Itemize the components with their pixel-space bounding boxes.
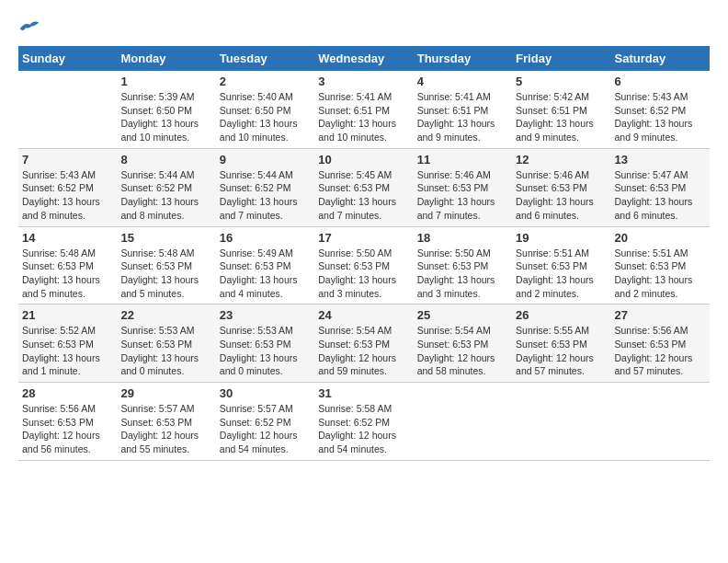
- day-number: 26: [516, 308, 607, 322]
- calendar-day-cell: 10Sunrise: 5:45 AMSunset: 6:53 PMDayligh…: [314, 148, 413, 226]
- day-number: 15: [120, 231, 211, 245]
- day-info: Sunrise: 5:57 AMSunset: 6:52 PMDaylight:…: [220, 402, 311, 456]
- day-info: Sunrise: 5:41 AMSunset: 6:51 PMDaylight:…: [318, 90, 409, 144]
- calendar-header-row: SundayMondayTuesdayWednesdayThursdayFrid…: [18, 46, 710, 71]
- calendar-day-cell: 26Sunrise: 5:55 AMSunset: 6:53 PMDayligh…: [512, 304, 610, 383]
- calendar-day-cell: 27Sunrise: 5:56 AMSunset: 6:53 PMDayligh…: [611, 304, 710, 383]
- day-number: 8: [120, 153, 211, 167]
- day-number: 10: [318, 153, 409, 167]
- calendar-day-cell: 19Sunrise: 5:51 AMSunset: 6:53 PMDayligh…: [512, 226, 610, 304]
- calendar-day-cell: 2Sunrise: 5:40 AMSunset: 6:50 PMDaylight…: [216, 71, 314, 148]
- calendar-week-row: 21Sunrise: 5:52 AMSunset: 6:53 PMDayligh…: [18, 304, 710, 383]
- day-info: Sunrise: 5:46 AMSunset: 6:53 PMDaylight:…: [516, 168, 607, 223]
- calendar-day-cell: 6Sunrise: 5:43 AMSunset: 6:52 PMDaylight…: [611, 71, 710, 148]
- day-number: 1: [120, 75, 211, 88]
- day-info: Sunrise: 5:39 AMSunset: 6:50 PMDaylight:…: [120, 90, 211, 144]
- calendar-day-cell: 24Sunrise: 5:54 AMSunset: 6:53 PMDayligh…: [314, 304, 413, 383]
- calendar-day-cell: 3Sunrise: 5:41 AMSunset: 6:51 PMDaylight…: [314, 71, 413, 148]
- day-number: 19: [516, 231, 607, 245]
- day-number: 7: [22, 153, 113, 167]
- calendar-day-cell: 9Sunrise: 5:44 AMSunset: 6:52 PMDaylight…: [216, 148, 314, 226]
- calendar-day-cell: [414, 383, 512, 461]
- calendar-day-cell: 21Sunrise: 5:52 AMSunset: 6:53 PMDayligh…: [18, 304, 117, 383]
- calendar-day-cell: 18Sunrise: 5:50 AMSunset: 6:53 PMDayligh…: [414, 226, 512, 304]
- day-info: Sunrise: 5:57 AMSunset: 6:53 PMDaylight:…: [120, 402, 211, 456]
- day-number: 20: [615, 231, 706, 245]
- day-info: Sunrise: 5:43 AMSunset: 6:52 PMDaylight:…: [615, 90, 706, 144]
- calendar-week-row: 14Sunrise: 5:48 AMSunset: 6:53 PMDayligh…: [18, 226, 710, 304]
- day-number: 22: [120, 308, 211, 322]
- day-number: 9: [220, 153, 311, 167]
- calendar-day-cell: 22Sunrise: 5:53 AMSunset: 6:53 PMDayligh…: [117, 304, 215, 383]
- calendar-day-cell: 5Sunrise: 5:42 AMSunset: 6:51 PMDaylight…: [512, 71, 610, 148]
- calendar-day-cell: 14Sunrise: 5:48 AMSunset: 6:53 PMDayligh…: [18, 226, 117, 304]
- calendar-day-cell: 1Sunrise: 5:39 AMSunset: 6:50 PMDaylight…: [117, 71, 215, 148]
- day-number: 24: [318, 308, 409, 322]
- day-info: Sunrise: 5:43 AMSunset: 6:52 PMDaylight:…: [22, 168, 113, 223]
- calendar-day-cell: 31Sunrise: 5:58 AMSunset: 6:52 PMDayligh…: [314, 383, 413, 461]
- day-number: 28: [22, 386, 113, 400]
- day-info: Sunrise: 5:58 AMSunset: 6:52 PMDaylight:…: [318, 402, 409, 456]
- calendar-day-cell: [18, 71, 117, 148]
- day-info: Sunrise: 5:52 AMSunset: 6:53 PMDaylight:…: [22, 324, 113, 378]
- day-info: Sunrise: 5:42 AMSunset: 6:51 PMDaylight:…: [516, 90, 607, 144]
- day-number: 31: [318, 386, 409, 400]
- calendar-day-cell: 15Sunrise: 5:48 AMSunset: 6:53 PMDayligh…: [117, 226, 215, 304]
- logo: [18, 18, 44, 37]
- day-number: 12: [516, 153, 607, 167]
- day-of-week-header: Tuesday: [216, 46, 314, 71]
- day-of-week-header: Monday: [117, 46, 215, 71]
- day-info: Sunrise: 5:44 AMSunset: 6:52 PMDaylight:…: [220, 168, 311, 223]
- day-number: 6: [615, 75, 706, 88]
- day-number: 25: [417, 308, 508, 322]
- calendar-week-row: 7Sunrise: 5:43 AMSunset: 6:52 PMDaylight…: [18, 148, 710, 226]
- calendar-day-cell: 7Sunrise: 5:43 AMSunset: 6:52 PMDaylight…: [18, 148, 117, 226]
- calendar-day-cell: 28Sunrise: 5:56 AMSunset: 6:53 PMDayligh…: [18, 383, 117, 461]
- day-number: 17: [318, 231, 409, 245]
- day-of-week-header: Wednesday: [314, 46, 413, 71]
- day-info: Sunrise: 5:50 AMSunset: 6:53 PMDaylight:…: [417, 247, 508, 301]
- day-number: 23: [220, 308, 311, 322]
- day-number: 2: [220, 75, 311, 88]
- day-info: Sunrise: 5:56 AMSunset: 6:53 PMDaylight:…: [615, 324, 706, 378]
- calendar-day-cell: 16Sunrise: 5:49 AMSunset: 6:53 PMDayligh…: [216, 226, 314, 304]
- day-info: Sunrise: 5:45 AMSunset: 6:53 PMDaylight:…: [318, 168, 409, 223]
- day-info: Sunrise: 5:54 AMSunset: 6:53 PMDaylight:…: [417, 324, 508, 378]
- day-of-week-header: Thursday: [414, 46, 512, 71]
- day-info: Sunrise: 5:44 AMSunset: 6:52 PMDaylight:…: [120, 168, 211, 223]
- day-number: 27: [615, 308, 706, 322]
- day-info: Sunrise: 5:48 AMSunset: 6:53 PMDaylight:…: [22, 247, 113, 301]
- day-info: Sunrise: 5:51 AMSunset: 6:53 PMDaylight:…: [615, 247, 706, 301]
- day-number: 16: [220, 231, 311, 245]
- day-info: Sunrise: 5:51 AMSunset: 6:53 PMDaylight:…: [516, 247, 607, 301]
- day-info: Sunrise: 5:53 AMSunset: 6:53 PMDaylight:…: [220, 324, 311, 378]
- day-number: 3: [318, 75, 409, 88]
- day-info: Sunrise: 5:47 AMSunset: 6:53 PMDaylight:…: [615, 168, 706, 223]
- day-number: 30: [220, 386, 311, 400]
- day-number: 18: [417, 231, 508, 245]
- calendar-day-cell: 29Sunrise: 5:57 AMSunset: 6:53 PMDayligh…: [117, 383, 215, 461]
- day-number: 4: [417, 75, 508, 88]
- page-header: [18, 18, 710, 37]
- calendar-day-cell: 13Sunrise: 5:47 AMSunset: 6:53 PMDayligh…: [611, 148, 710, 226]
- day-info: Sunrise: 5:50 AMSunset: 6:53 PMDaylight:…: [318, 247, 409, 301]
- day-info: Sunrise: 5:55 AMSunset: 6:53 PMDaylight:…: [516, 324, 607, 378]
- day-of-week-header: Friday: [512, 46, 610, 71]
- calendar-day-cell: 20Sunrise: 5:51 AMSunset: 6:53 PMDayligh…: [611, 226, 710, 304]
- day-number: 5: [516, 75, 607, 88]
- day-of-week-header: Sunday: [18, 46, 117, 71]
- day-info: Sunrise: 5:53 AMSunset: 6:53 PMDaylight:…: [120, 324, 211, 378]
- day-info: Sunrise: 5:46 AMSunset: 6:53 PMDaylight:…: [417, 168, 508, 223]
- calendar-day-cell: 8Sunrise: 5:44 AMSunset: 6:52 PMDaylight…: [117, 148, 215, 226]
- day-number: 13: [615, 153, 706, 167]
- day-info: Sunrise: 5:41 AMSunset: 6:51 PMDaylight:…: [417, 90, 508, 144]
- logo-bird-icon: [18, 18, 40, 37]
- calendar-week-row: 1Sunrise: 5:39 AMSunset: 6:50 PMDaylight…: [18, 71, 710, 148]
- calendar-day-cell: [611, 383, 710, 461]
- calendar-week-row: 28Sunrise: 5:56 AMSunset: 6:53 PMDayligh…: [18, 383, 710, 461]
- day-info: Sunrise: 5:56 AMSunset: 6:53 PMDaylight:…: [22, 402, 113, 456]
- calendar-day-cell: 4Sunrise: 5:41 AMSunset: 6:51 PMDaylight…: [414, 71, 512, 148]
- calendar-day-cell: 17Sunrise: 5:50 AMSunset: 6:53 PMDayligh…: [314, 226, 413, 304]
- calendar-day-cell: 23Sunrise: 5:53 AMSunset: 6:53 PMDayligh…: [216, 304, 314, 383]
- calendar-table: SundayMondayTuesdayWednesdayThursdayFrid…: [18, 46, 710, 461]
